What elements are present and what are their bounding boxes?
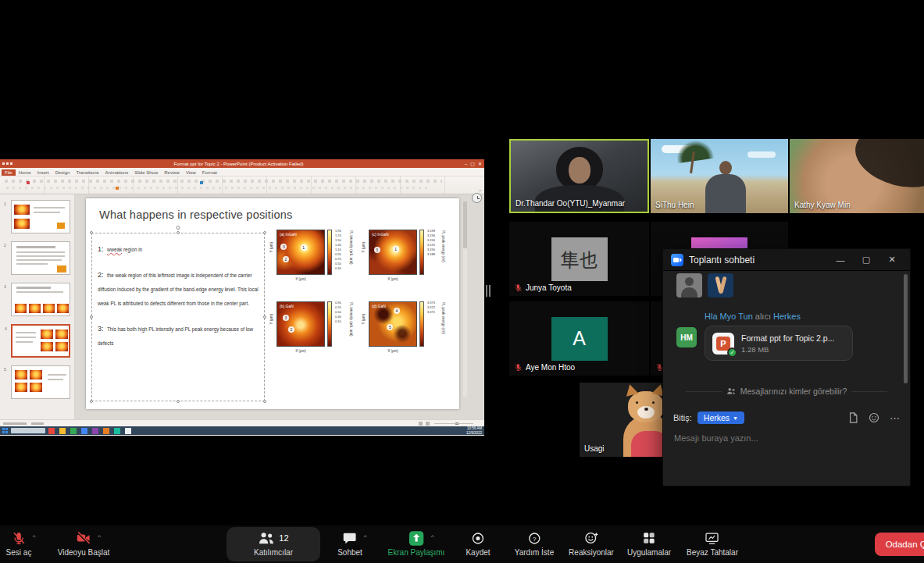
- share-screen-button[interactable]: ^ Ekran Paylaşımı: [388, 529, 445, 557]
- video-tile[interactable]: A Aye Mon Htoo: [509, 301, 649, 376]
- recipient-name[interactable]: Herkes: [773, 312, 801, 321]
- file-size: 1.28 MB: [741, 345, 834, 354]
- ribbon-tab-format[interactable]: Format: [199, 169, 220, 176]
- slide-text-box[interactable]: 1: wweak region in 2: the weak region of…: [91, 233, 265, 401]
- chat-image-praying-hands[interactable]: [708, 273, 733, 298]
- apps-button[interactable]: Uygulamalar: [627, 529, 671, 557]
- slide-thumbnail-1[interactable]: 1: [11, 200, 70, 233]
- close-icon[interactable]: ✕: [882, 255, 902, 265]
- ribbon-tab-file[interactable]: File: [2, 169, 16, 176]
- participant-name: Kathy Kyaw Min: [794, 201, 851, 209]
- minimize-icon[interactable]: —: [830, 255, 851, 265]
- figure-x-label: X (μm): [276, 277, 325, 281]
- resize-handle[interactable]: [263, 231, 266, 234]
- unmute-label: Sesi aç: [6, 548, 32, 557]
- item-text: the weak region of this leftmost image i…: [98, 273, 259, 306]
- figure-x-label: X (μm): [369, 277, 417, 281]
- taskbar-search-box[interactable]: [11, 428, 45, 433]
- reactions-icon: [583, 530, 599, 546]
- ribbon-tab-slideshow[interactable]: Slide Show: [131, 169, 161, 176]
- thumbnail-number: 5: [4, 367, 6, 372]
- ppt-minimize-icon[interactable]: –: [465, 162, 467, 166]
- figure-marker: 3: [374, 247, 380, 253]
- windows-start-icon[interactable]: [2, 428, 8, 433]
- resize-handle[interactable]: [177, 400, 180, 403]
- ribbon-tab-review[interactable]: Review: [161, 169, 183, 176]
- resize-handle[interactable]: [263, 315, 266, 319]
- record-icon: [470, 531, 485, 546]
- participants-button[interactable]: 12 Katılımcılar: [254, 529, 293, 557]
- more-options-icon[interactable]: ⋯: [890, 413, 900, 423]
- ppt-title-bar[interactable]: Format ppt for Topic 2 - PowerPoint (Pro…: [0, 159, 484, 168]
- chat-scrollbar[interactable]: [904, 274, 908, 383]
- file-attach-icon[interactable]: [848, 412, 858, 423]
- resize-handle[interactable]: [90, 315, 93, 319]
- start-video-button[interactable]: ^ Videoyu Başlat: [58, 529, 110, 557]
- cloud-shape: [747, 151, 776, 158]
- resize-handle[interactable]: [90, 400, 93, 403]
- ppt-maximize-icon[interactable]: ▢: [470, 162, 475, 166]
- panel-resize-handle[interactable]: [486, 285, 491, 297]
- video-tile[interactable]: 隼也 Junya Toyota: [509, 222, 649, 296]
- ribbon-tab-insert[interactable]: Insert: [34, 169, 52, 176]
- video-tile[interactable]: Kathy Kyaw Min: [790, 139, 924, 213]
- recipient-label: Bitiş:: [673, 413, 692, 422]
- chat-image-person-sticker[interactable]: [676, 273, 702, 298]
- slide-canvas[interactable]: What happens in respective positions 1:: [86, 198, 459, 409]
- ribbon-toolbar[interactable]: ^: [0, 176, 484, 194]
- unmute-button[interactable]: ^ Sesi aç: [6, 529, 32, 557]
- file-attachment-card[interactable]: P ✓ Format ppt for Topic 2.p... 1.28 MB: [705, 326, 853, 361]
- file-name: Format ppt for Topic 2.p...: [741, 333, 834, 343]
- ribbon-tab-transitions[interactable]: Transitions: [73, 169, 102, 176]
- ribbon-tab-home[interactable]: Home: [16, 169, 34, 176]
- slide-thumbnail-4-selected[interactable]: 4: [11, 324, 70, 358]
- video-tile[interactable]: SiThu Hein: [651, 139, 788, 213]
- chat-sender-line: Hla Myo Tun alıcı Herkes: [705, 312, 801, 321]
- slide-thumbnail-2[interactable]: 2: [11, 241, 70, 275]
- apps-label: Uygulamalar: [627, 548, 671, 557]
- slide-thumbnail-5[interactable]: 5: [11, 365, 70, 399]
- whiteboards-button[interactable]: Beyaz Tahtalar: [687, 529, 738, 557]
- participants-icon: [258, 531, 275, 545]
- record-button[interactable]: Kaydet: [466, 529, 490, 557]
- recipient-selector[interactable]: Herkes ▼: [697, 412, 744, 424]
- ribbon-tab-animations[interactable]: Animations: [102, 169, 132, 176]
- ribbon-tab-view[interactable]: View: [183, 169, 199, 176]
- file-type-icon: P ✓: [712, 333, 734, 355]
- maximize-icon[interactable]: ▢: [856, 255, 876, 265]
- chat-button[interactable]: ^ Sohbet: [337, 529, 362, 557]
- resize-handle[interactable]: [263, 400, 266, 403]
- clock-icon: [472, 193, 482, 203]
- reactions-button[interactable]: Reaksiyonlar: [569, 529, 614, 557]
- emoji-icon[interactable]: [869, 412, 879, 423]
- quick-access-toolbar[interactable]: [2, 162, 12, 165]
- figure-marker: 3: [283, 315, 289, 321]
- chat-message-input[interactable]: Mesajı buraya yazın...: [674, 433, 758, 443]
- ppt-close-icon[interactable]: ✕: [478, 162, 482, 166]
- share-screen-icon: [408, 530, 425, 547]
- windows-taskbar: 10:56 AM 12/9/2022: [0, 426, 484, 435]
- chevron-up-icon[interactable]: ^: [33, 533, 36, 540]
- slide-thumbnail-3[interactable]: 3: [11, 283, 70, 316]
- ribbon-tab-bar: File Home Insert Design Transitions Anim…: [0, 168, 484, 176]
- recipient-value: Herkes: [704, 413, 730, 422]
- video-tile-active-speaker[interactable]: Dr.Thandar Oo(YTU)_Myanmar: [509, 139, 649, 213]
- slide-scrollbar[interactable]: [463, 201, 467, 397]
- participant-name-text: Usagi: [584, 444, 605, 453]
- resize-handle[interactable]: [90, 231, 93, 234]
- item-number: 3:: [98, 325, 104, 333]
- chevron-up-icon[interactable]: ^: [431, 533, 434, 540]
- participant-body: [705, 174, 746, 213]
- help-button[interactable]: ? Yardım İste: [515, 529, 554, 557]
- participant-name: SiThu Hein: [655, 201, 694, 209]
- help-label: Yardım İste: [515, 548, 554, 557]
- chevron-up-icon[interactable]: ^: [364, 533, 367, 540]
- chat-title-bar[interactable]: Toplantı sohbeti — ▢ ✕: [663, 249, 910, 271]
- sender-name[interactable]: Hla Myo Tun: [705, 312, 753, 321]
- taskbar-app-icons[interactable]: [48, 428, 141, 434]
- ribbon-tab-design[interactable]: Design: [52, 169, 73, 176]
- resize-handle[interactable]: [177, 231, 180, 234]
- chevron-up-icon[interactable]: ^: [98, 533, 101, 540]
- leave-room-button[interactable]: Odadan Çık: [875, 533, 924, 556]
- rotate-handle[interactable]: [177, 226, 180, 230]
